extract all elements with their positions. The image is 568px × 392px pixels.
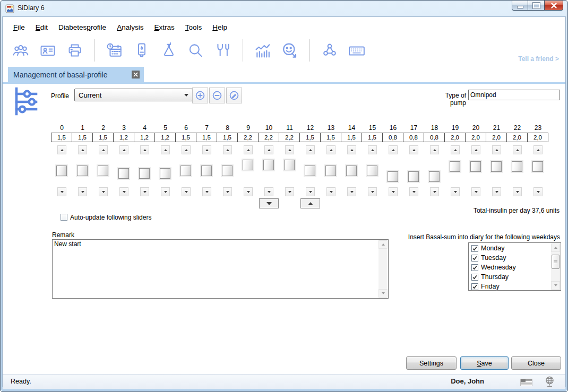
slider-down-wide-button[interactable]: [259, 198, 279, 208]
menu-item-tools[interactable]: Tools: [180, 21, 208, 33]
slider-up-button[interactable]: [161, 145, 170, 154]
slider-down-button[interactable]: [409, 187, 418, 196]
keyboard-icon[interactable]: [347, 40, 366, 61]
slider-thumb[interactable]: [512, 161, 522, 172]
scroll-up-button[interactable]: [551, 243, 560, 252]
slider-thumb[interactable]: [429, 171, 440, 182]
slider-up-wide-button[interactable]: [300, 198, 320, 208]
slider-up-button[interactable]: [451, 145, 460, 154]
slider-up-button[interactable]: [389, 145, 398, 154]
slider-down-button[interactable]: [99, 187, 108, 196]
checkbox-monday[interactable]: [471, 245, 478, 252]
slider-down-button[interactable]: [161, 187, 170, 196]
close-window-button[interactable]: [545, 1, 563, 11]
users-icon[interactable]: [11, 40, 30, 61]
slider-thumb[interactable]: [263, 160, 274, 170]
slider-down-button[interactable]: [223, 187, 232, 196]
remark-textarea[interactable]: New start: [52, 239, 389, 299]
minimize-button[interactable]: [512, 1, 528, 11]
slider-thumb[interactable]: [243, 160, 253, 170]
menu-item-edit[interactable]: Edit: [30, 21, 53, 33]
slider-down-button[interactable]: [492, 187, 501, 196]
tab-close-icon[interactable]: [132, 71, 140, 79]
slider-up-button[interactable]: [285, 145, 294, 154]
maximize-button[interactable]: [528, 1, 545, 11]
menu-item-analysis[interactable]: Analysis: [111, 21, 149, 33]
slider-up-button[interactable]: [513, 145, 522, 154]
checkbox-tuesday[interactable]: [471, 255, 478, 262]
titlebar[interactable]: SiDiary 6: [1, 1, 567, 16]
pump-type-input[interactable]: [468, 90, 560, 100]
globe-icon[interactable]: [545, 376, 555, 389]
slider-down-button[interactable]: [119, 187, 128, 196]
tell-a-friend-link[interactable]: Tell a friend >: [518, 55, 559, 63]
slider-up-button[interactable]: [347, 145, 356, 154]
slider-up-button[interactable]: [99, 145, 108, 154]
slider-up-button[interactable]: [492, 145, 501, 154]
scroll-up-button[interactable]: [378, 240, 388, 249]
weekday-item-thursday[interactable]: Thursday: [469, 272, 561, 282]
menu-item-extras[interactable]: Extras: [149, 21, 179, 33]
slider-down-button[interactable]: [513, 187, 522, 196]
slider-thumb[interactable]: [77, 165, 88, 176]
share-network-icon[interactable]: [320, 40, 339, 61]
slider-down-button[interactable]: [451, 187, 460, 196]
slider-thumb[interactable]: [470, 161, 481, 172]
slider-down-button[interactable]: [57, 187, 66, 196]
smiley-share-icon[interactable]: [280, 40, 299, 61]
slider-down-button[interactable]: [285, 187, 294, 196]
slider-up-button[interactable]: [140, 145, 149, 154]
checkbox-friday[interactable]: [471, 283, 478, 290]
remark-scrollbar[interactable]: [378, 240, 388, 298]
slider-down-button[interactable]: [244, 187, 253, 196]
slider-down-button[interactable]: [347, 187, 356, 196]
slider-thumb[interactable]: [450, 161, 460, 172]
slider-up-button[interactable]: [264, 145, 273, 154]
slider-down-button[interactable]: [389, 187, 398, 196]
slider-up-button[interactable]: [409, 145, 418, 154]
close-button[interactable]: Close: [511, 356, 561, 370]
slider-up-button[interactable]: [430, 145, 439, 154]
weekday-item-monday[interactable]: Monday: [469, 243, 561, 253]
settings-button[interactable]: Settings: [406, 356, 457, 370]
slider-up-button[interactable]: [223, 145, 232, 154]
slider-thumb[interactable]: [56, 165, 67, 176]
slider-thumb[interactable]: [305, 165, 315, 176]
contact-card-icon[interactable]: [38, 40, 57, 61]
menu-item-file[interactable]: File: [8, 21, 30, 33]
slider-up-button[interactable]: [182, 145, 191, 154]
slider-thumb[interactable]: [284, 160, 295, 170]
slider-thumb[interactable]: [367, 165, 377, 176]
slider-down-button[interactable]: [140, 187, 149, 196]
slider-down-button[interactable]: [368, 187, 377, 196]
printer-icon[interactable]: [65, 40, 84, 61]
scrollbar-thumb[interactable]: [552, 255, 560, 269]
search-icon[interactable]: [186, 40, 205, 61]
weekday-scrollbar[interactable]: [551, 243, 560, 290]
slider-thumb[interactable]: [408, 171, 419, 182]
slider-down-button[interactable]: [78, 187, 87, 196]
slider-thumb[interactable]: [139, 168, 150, 179]
weekday-item-tuesday[interactable]: Tuesday: [469, 253, 561, 263]
lab-flask-icon[interactable]: [159, 40, 178, 61]
slider-up-button[interactable]: [306, 145, 315, 154]
slider-up-button[interactable]: [533, 145, 543, 154]
checkbox-wednesday[interactable]: [471, 264, 478, 271]
slider-up-button[interactable]: [202, 145, 211, 154]
slider-thumb[interactable]: [222, 165, 233, 176]
checkbox-thursday[interactable]: [471, 274, 478, 281]
slider-thumb[interactable]: [346, 165, 357, 176]
scroll-down-button[interactable]: [378, 289, 388, 298]
slider-thumb[interactable]: [532, 161, 543, 172]
menu-item-help[interactable]: Help: [207, 21, 233, 33]
menu-item-diabetesprofile[interactable]: Diabetesprofile: [53, 21, 111, 33]
slider-up-button[interactable]: [78, 145, 87, 154]
auto-update-checkbox[interactable]: [61, 214, 67, 221]
glucose-meter-icon[interactable]: [132, 40, 151, 61]
us-flag-icon[interactable]: [520, 379, 532, 386]
slider-up-button[interactable]: [471, 145, 480, 154]
tab-management-basal-profile[interactable]: Management of basal-profile: [8, 67, 144, 82]
scroll-down-button[interactable]: [551, 281, 560, 290]
slider-up-button[interactable]: [326, 145, 335, 154]
remove-profile-button[interactable]: [209, 88, 225, 103]
